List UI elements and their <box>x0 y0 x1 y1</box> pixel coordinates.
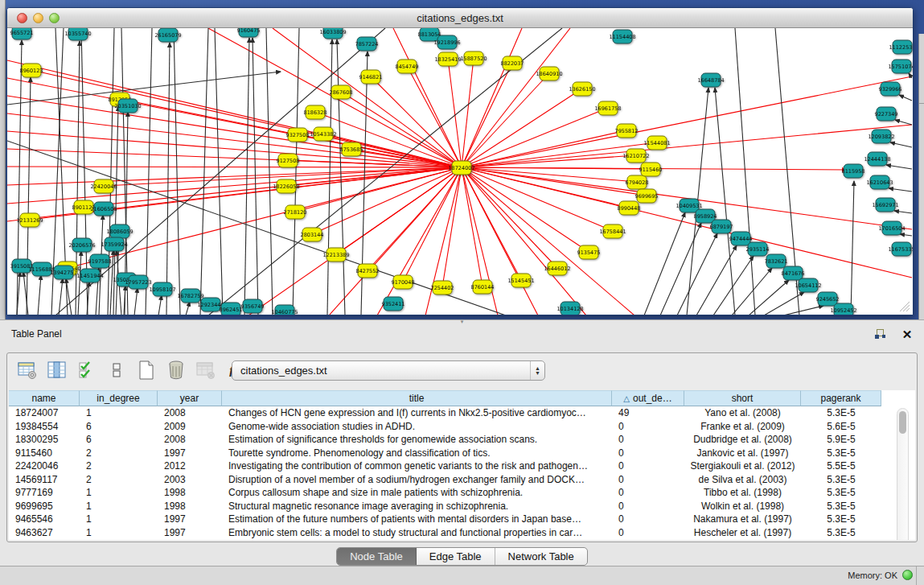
table-cell[interactable]: 6 <box>80 420 158 434</box>
graph-node[interactable]: 7857224 <box>355 37 379 51</box>
table-cell[interactable]: 1 <box>80 500 158 513</box>
graph-node-selected[interactable]: 16961758 <box>594 101 621 115</box>
graph-node-selected[interactable]: 11544081 <box>643 136 670 150</box>
graph-edge[interactable] <box>266 28 273 315</box>
table-cell[interactable]: 2003 <box>158 473 222 487</box>
table-cell[interactable]: Investigating the contribution of common… <box>222 459 612 473</box>
column-header-pagerank[interactable]: pagerank <box>801 390 881 406</box>
graph-node-selected[interactable]: 2867608 <box>330 85 353 99</box>
graph-edge-selected[interactable] <box>371 76 462 167</box>
graph-edge-selected[interactable] <box>462 76 912 167</box>
graph-node-selected[interactable]: 9146821 <box>359 70 383 84</box>
scrollbar-thumb[interactable] <box>899 411 906 434</box>
graph-node-selected[interactable]: 9699695 <box>635 189 659 203</box>
column-header-title[interactable]: title <box>222 390 612 406</box>
table-cell[interactable]: 1997 <box>158 447 222 460</box>
graph-node[interactable]: 9356749 <box>241 299 265 313</box>
graph-edge[interactable] <box>78 251 81 315</box>
table-cell[interactable]: 1 <box>80 486 158 500</box>
graph-edge-selected[interactable] <box>7 167 462 167</box>
table-row[interactable]: 1872400712008Changes of HCN gene express… <box>9 406 915 420</box>
table-cell[interactable]: 1997 <box>158 513 222 526</box>
table-row[interactable]: 1938455462009Genome-wide association stu… <box>9 420 915 434</box>
table-cell[interactable]: 0 <box>612 526 684 540</box>
table-cell[interactable]: 0 <box>612 447 684 460</box>
table-cell[interactable]: Stergiakouli et al. (2012) <box>684 459 801 473</box>
graph-node-selected[interactable]: 7254402 <box>431 281 454 295</box>
table-cell[interactable]: 0 <box>612 513 684 526</box>
table-cell[interactable]: 18300295 <box>9 433 80 447</box>
table-cell[interactable]: 5.6E-5 <box>801 420 881 434</box>
graph-edge[interactable] <box>696 245 737 315</box>
table-row[interactable]: 946554611997Estimation of the future num… <box>9 513 915 526</box>
table-cell[interactable]: 5.3E-5 <box>801 406 881 420</box>
delete-column-icon[interactable] <box>166 360 187 381</box>
graph-node[interactable]: 20206576 <box>68 238 95 252</box>
table-cell[interactable]: Changes of HCN gene expression and I(f) … <box>222 406 612 420</box>
table-cell[interactable]: 0 <box>612 500 684 513</box>
table-cell[interactable]: 1 <box>80 406 158 420</box>
table-cell[interactable]: Genome-wide association studies in ADHD. <box>222 420 612 434</box>
table-cell[interactable]: 1 <box>80 513 158 526</box>
table-cell[interactable]: 9463627 <box>9 526 80 540</box>
graph-edge[interactable] <box>660 223 701 315</box>
table-cell[interactable]: 5.3E-5 <box>801 526 881 540</box>
graph-node-selected[interactable]: 15887520 <box>460 51 487 65</box>
table-cell[interactable]: 0 <box>612 433 684 447</box>
network-frame[interactable]: citations_edges.txt 18724007183254198454… <box>6 7 914 315</box>
graph-node[interactable]: 26165079 <box>154 28 181 42</box>
graph-edge-selected[interactable] <box>462 167 912 278</box>
graph-node[interactable]: 17957223 <box>125 275 151 289</box>
graph-edge-selected[interactable] <box>462 167 538 315</box>
memory-status-indicator[interactable] <box>902 570 913 580</box>
graph-edge-selected[interactable] <box>462 73 549 167</box>
graph-node-selected[interactable]: 18325419 <box>434 52 461 66</box>
graph-edge-selected[interactable] <box>462 58 474 167</box>
table-cell[interactable]: 1998 <box>158 500 222 513</box>
graph-edge[interactable] <box>158 295 162 315</box>
graph-node-selected[interactable]: 9327508 <box>286 128 310 142</box>
graph-node[interactable]: 10952452 <box>830 303 856 315</box>
table-cell[interactable]: 0 <box>612 459 684 473</box>
graph-node[interactable]: 6879197 <box>710 220 733 233</box>
graph-edge[interactable] <box>38 275 41 315</box>
table-cell[interactable]: 22420046 <box>9 459 80 473</box>
graph-node[interactable]: 10654112 <box>795 278 821 292</box>
graph-edge[interactable] <box>17 40 22 315</box>
table-cell[interactable]: Nakamura et al. (1997) <box>684 513 801 526</box>
table-cell[interactable]: Yano et al. (2008) <box>684 406 801 420</box>
table-cell[interactable]: Corpus callosum shape and size in male p… <box>222 486 612 500</box>
table-cell[interactable]: Jankovic et al. (1997) <box>684 447 801 460</box>
graph-edge[interactable] <box>134 288 138 315</box>
table-cell[interactable]: 2 <box>80 473 158 487</box>
graph-edge[interactable] <box>55 28 385 315</box>
table-cell[interactable]: 2008 <box>158 433 222 447</box>
graph-node-selected[interactable]: 8753685 <box>340 142 363 156</box>
table-cell[interactable]: 5.3E-5 <box>801 447 881 460</box>
graph-node[interactable]: 9352411 <box>382 297 405 311</box>
float-panel-icon[interactable] <box>873 327 887 341</box>
graph-node[interactable]: 17016504 <box>878 221 905 235</box>
table-cell[interactable]: 14569117 <box>9 473 80 487</box>
table-cell[interactable]: 9699695 <box>9 500 80 513</box>
graph-edge[interactable] <box>899 95 912 101</box>
table-cell[interactable]: 5.3E-5 <box>801 513 881 526</box>
table-row[interactable]: 977716911998Corpus callosum shape and si… <box>9 486 915 500</box>
graph-node-selected[interactable]: 9115460 <box>639 163 663 176</box>
graph-edge[interactable] <box>889 188 912 192</box>
table-cell[interactable]: 5.9E-5 <box>801 433 881 447</box>
graph-edge-selected[interactable] <box>7 96 462 167</box>
graph-node[interactable]: 21606505 <box>90 202 117 216</box>
table-selector-dropdown[interactable]: citations_edges.txt ▲▼ <box>232 360 545 381</box>
graph-node[interactable]: 12093822 <box>868 130 894 143</box>
graph-node[interactable]: 11154408 <box>609 30 635 43</box>
network-canvas[interactable]: 1872400718325419845474991468212867608818… <box>7 28 913 315</box>
graph-edge-selected[interactable] <box>462 167 483 286</box>
graph-edge[interactable] <box>174 28 180 315</box>
graph-edge[interactable] <box>677 233 717 315</box>
graph-edge[interactable] <box>644 212 685 315</box>
column-header-short[interactable]: short <box>684 390 801 406</box>
graph-node[interactable]: 8115958 <box>842 164 865 178</box>
graph-node[interactable]: 9197588 <box>88 254 112 268</box>
table-cell[interactable]: 2009 <box>158 420 222 434</box>
